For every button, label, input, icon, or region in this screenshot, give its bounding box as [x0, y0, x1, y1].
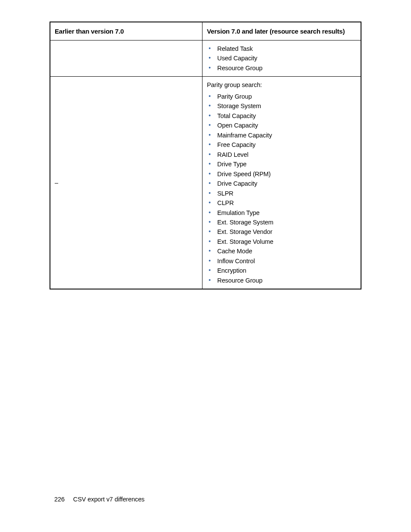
item-list: Parity GroupStorage SystemTotal Capacity… [207, 92, 356, 285]
header-right: Version 7.0 and later (resource search r… [202, 22, 361, 40]
comparison-table: Earlier than version 7.0 Version 7.0 and… [50, 22, 361, 289]
list-item: CLPR [208, 198, 356, 208]
list-item: Drive Capacity [208, 179, 356, 188]
page-footer: 226 CSV export v7 differences [54, 496, 145, 503]
table-cell-right: Parity group search:Parity GroupStorage … [202, 77, 361, 289]
header-left: Earlier than version 7.0 [50, 22, 202, 40]
list-item: Related Task [208, 44, 356, 53]
list-item: Total Capacity [208, 111, 356, 121]
table-cell-right: Related TaskUsed CapacityResource Group [202, 40, 361, 77]
item-list: Related TaskUsed CapacityResource Group [207, 44, 356, 73]
list-item: Open Capacity [208, 121, 356, 130]
list-item: RAID Level [208, 150, 356, 159]
list-item: Cache Mode [208, 246, 356, 256]
list-item: Drive Type [208, 159, 356, 169]
list-item: Mainframe Capacity [208, 131, 356, 140]
footer-title: CSV export v7 differences [73, 496, 145, 503]
list-item: Drive Speed (RPM) [208, 169, 356, 179]
list-item: Resource Group [208, 63, 356, 73]
list-item: Ext. Storage Vendor [208, 227, 356, 236]
page-number: 226 [54, 496, 65, 503]
list-item: Used Capacity [208, 53, 356, 63]
list-item: Parity Group [208, 92, 356, 101]
list-item: Storage System [208, 101, 356, 111]
table-cell-left [50, 40, 202, 77]
cell-intro: Parity group search: [207, 80, 356, 90]
list-item: Free Capacity [208, 140, 356, 149]
list-item: Encryption [208, 266, 356, 275]
list-item: Emulation Type [208, 208, 356, 218]
list-item: Ext. Storage Volume [208, 237, 356, 246]
list-item: Resource Group [208, 276, 356, 285]
list-item: Inflow Control [208, 256, 356, 266]
list-item: Ext. Storage System [208, 218, 356, 227]
list-item: SLPR [208, 189, 356, 198]
table-cell-left: – [50, 77, 202, 289]
